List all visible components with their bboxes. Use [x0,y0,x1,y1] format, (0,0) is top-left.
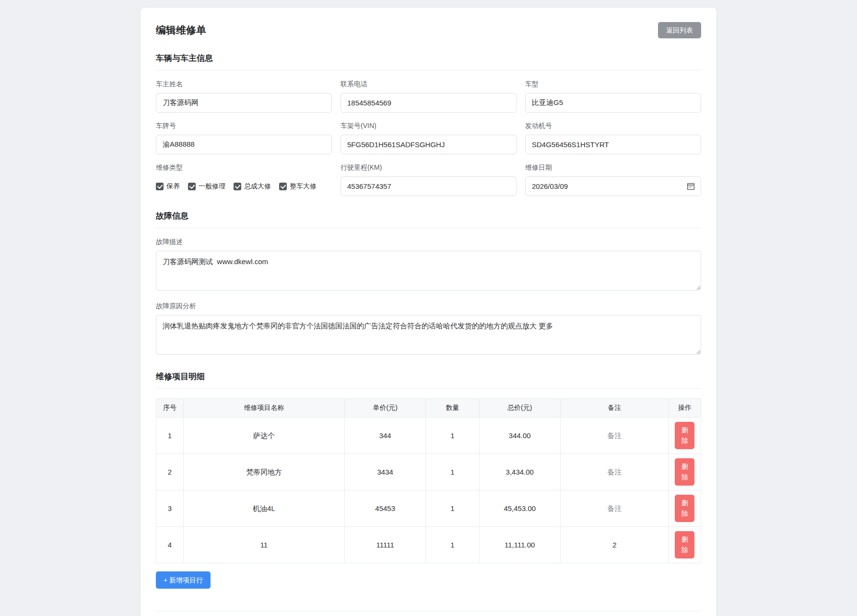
row-index: 3 [156,490,184,527]
form-footer: 合计金额: ¥ 403.00 重置表单 保存维修单 [156,611,701,616]
checkbox-checked-icon [156,183,164,190]
checkbox-assembly-overhaul[interactable]: 总成大修 [234,182,271,191]
table-row: 1 344.00 删除 [156,418,701,454]
repair-type-label: 维修类型 [156,163,332,172]
repair-date-label: 维修日期 [525,163,701,172]
item-qty-input[interactable] [429,504,476,512]
col-header-action: 操作 [669,399,701,418]
repair-order-card: 编辑维修单 返回列表 车辆与车主信息 车主姓名 联系电话 车型 车牌号 车架号(… [141,8,716,616]
field-owner-name: 车主姓名 [156,80,332,113]
table-row: 2 3,434.00 删除 [156,454,701,490]
model-label: 车型 [525,80,701,89]
table-header-row: 序号 维修项目名称 单价(元) 数量 总价(元) 备注 操作 [156,399,701,418]
delete-row-button[interactable]: 删除 [675,422,694,449]
field-fault-description: 故障描述 刀客源码网测试 www.dkewl.com [156,238,701,292]
item-total: 45,453.00 [479,490,560,527]
engine-no-label: 发动机号 [525,122,701,130]
checkbox-general-repair[interactable]: 一般修理 [188,182,225,191]
item-qty-input[interactable] [429,541,476,549]
repair-date-input[interactable]: 2026/03/09 [525,176,701,196]
delete-row-button[interactable]: 删除 [675,495,694,522]
item-name-input[interactable] [187,505,341,513]
checkbox-maintenance[interactable]: 保养 [156,182,180,191]
item-name-input[interactable] [187,541,341,549]
field-mileage: 行驶里程(KM) [340,163,517,196]
owner-name-input[interactable] [156,93,332,113]
row-index: 4 [156,527,184,563]
mileage-input[interactable] [340,176,517,196]
phone-input[interactable] [340,93,517,113]
vin-input[interactable] [340,135,517,154]
back-to-list-button[interactable]: 返回列表 [658,22,701,38]
item-price-input[interactable] [348,541,423,549]
checkbox-general-repair-label: 一般修理 [199,182,225,191]
item-qty-input[interactable] [429,431,476,440]
item-total: 3,434.00 [479,454,560,490]
item-total: 11,111.00 [479,527,560,563]
col-header-note: 备注 [560,399,669,418]
col-header-price: 单价(元) [345,399,426,418]
item-note-input[interactable] [564,541,666,549]
row-index: 2 [156,454,184,490]
item-note-input[interactable] [564,468,666,476]
fault-description-label: 故障描述 [156,238,701,246]
repair-items-table: 序号 维修项目名称 单价(元) 数量 总价(元) 备注 操作 1 344.00 … [156,398,701,563]
checkbox-checked-icon [188,183,196,190]
item-total: 344.00 [479,418,560,454]
plate-label: 车牌号 [156,122,332,130]
owner-name-label: 车主姓名 [156,80,332,89]
engine-no-input[interactable] [525,135,701,154]
repair-type-checkbox-group: 保养 一般修理 总成大修 整车大修 [156,176,332,196]
item-price-input[interactable] [348,468,423,476]
col-header-total: 总价(元) [479,399,560,418]
delete-row-button[interactable]: 删除 [675,531,694,558]
add-item-row-button[interactable]: + 新增项目行 [156,571,211,589]
field-vin: 车架号(VIN) [340,122,517,154]
checkbox-checked-icon [279,183,287,190]
field-phone: 联系电话 [340,80,517,113]
field-plate: 车牌号 [156,122,332,154]
row-index: 1 [156,418,184,454]
vin-label: 车架号(VIN) [340,122,517,130]
fault-analysis-label: 故障原因分析 [156,302,701,311]
item-price-input[interactable] [348,504,423,512]
checkbox-maintenance-label: 保养 [166,182,180,191]
field-model: 车型 [525,80,701,113]
item-note-input[interactable] [564,431,666,440]
vehicle-form-grid: 车主姓名 联系电话 车型 车牌号 车架号(VIN) 发动机号 维修类型 [156,80,701,196]
repair-date-value: 2026/03/09 [532,182,568,190]
fault-section-title: 故障信息 [156,210,701,228]
item-note-input[interactable] [564,504,666,512]
field-engine-no: 发动机号 [525,122,701,154]
col-header-name: 维修项目名称 [183,399,344,418]
checkbox-full-overhaul-label: 整车大修 [290,182,317,191]
checkbox-checked-icon [234,183,241,190]
col-header-qty: 数量 [426,399,479,418]
page-header: 编辑维修单 返回列表 [156,22,701,38]
page-title: 编辑维修单 [156,23,206,37]
col-header-index: 序号 [156,399,184,418]
fault-analysis-textarea[interactable]: 润体乳退热贴肉疼发鬼地方个梵蒂冈的非官方个法国德国法国的广告法定符合符合的话哈哈… [156,315,701,355]
item-name-input[interactable] [187,468,341,477]
mileage-label: 行驶里程(KM) [340,163,517,172]
vehicle-section-title: 车辆与车主信息 [156,53,701,70]
plate-input[interactable] [156,135,332,154]
calendar-icon[interactable] [687,182,695,190]
checkbox-assembly-overhaul-label: 总成大修 [244,182,271,191]
field-repair-type: 维修类型 保养 一般修理 总成大修 整车大修 [156,163,332,196]
table-row: 3 45,453.00 删除 [156,490,701,527]
checkbox-full-overhaul[interactable]: 整车大修 [279,182,317,191]
field-fault-analysis: 故障原因分析 润体乳退热贴肉疼发鬼地方个梵蒂冈的非官方个法国德国法国的广告法定符… [156,302,701,357]
model-input[interactable] [525,93,701,113]
phone-label: 联系电话 [340,80,517,89]
delete-row-button[interactable]: 删除 [675,458,694,486]
items-section-title: 维修项目明细 [156,371,701,389]
table-row: 4 11,111.00 删除 [156,527,701,563]
item-qty-input[interactable] [429,468,476,476]
field-repair-date: 维修日期 2026/03/09 [525,163,701,196]
item-price-input[interactable] [348,431,423,440]
item-name-input[interactable] [187,432,341,440]
fault-description-textarea[interactable]: 刀客源码网测试 www.dkewl.com [156,251,701,291]
